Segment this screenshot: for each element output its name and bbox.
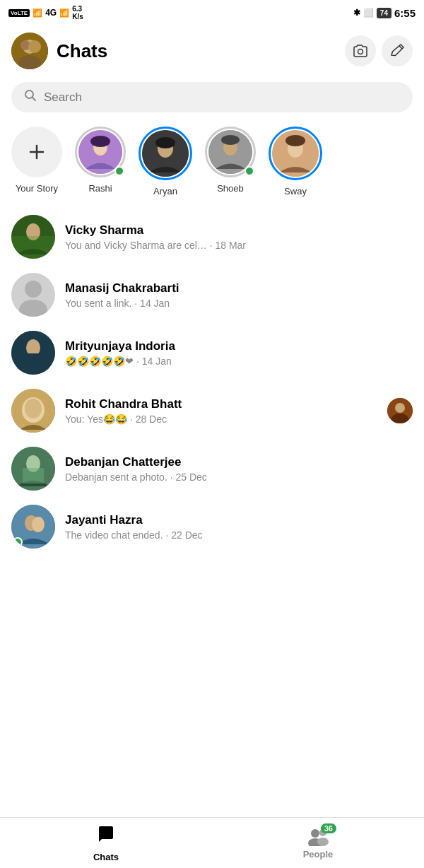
chat-name-vicky: Vicky Sharma	[65, 223, 413, 237]
svg-rect-31	[17, 353, 49, 370]
online-indicator-rashi	[114, 166, 124, 176]
people-icon-wrap: 36	[307, 826, 329, 846]
page-title: Chats	[57, 40, 336, 62]
svg-point-44	[311, 829, 319, 838]
story-label-your-story: Your Story	[16, 183, 58, 194]
nav-chats[interactable]: Chats	[0, 818, 212, 868]
svg-line-6	[399, 46, 402, 49]
status-right: ✱ ⬜ 74 6:55	[353, 7, 416, 19]
time-display: 6:55	[394, 7, 416, 19]
chat-meta-rohit	[387, 398, 413, 423]
online-indicator-shoeb	[245, 166, 254, 176]
svg-point-43	[32, 517, 45, 532]
search-box[interactable]	[11, 82, 413, 112]
network-type: 4G	[45, 8, 57, 18]
search-container	[0, 76, 424, 121]
svg-rect-40	[23, 468, 44, 483]
chat-preview-mrityunjaya: 🤣🤣🤣🤣🤣❤ · 14 Jan	[65, 356, 413, 367]
svg-point-36	[395, 403, 405, 413]
bluetooth-icon: ✱	[353, 8, 360, 18]
chat-preview-jayanti: The video chat ended. · 22 Dec	[65, 529, 413, 541]
search-icon	[24, 89, 37, 105]
compose-button[interactable]	[382, 35, 413, 66]
svg-point-34	[25, 399, 42, 418]
chat-name-jayanti: Jayanti Hazra	[65, 513, 413, 527]
story-item-rashi[interactable]: Rashi	[75, 127, 126, 197]
chat-preview-manasij: You sent a link. · 14 Jan	[65, 298, 413, 309]
chat-name-debanjan: Debanjan Chatterjee	[65, 455, 413, 469]
chat-thumb-rohit	[387, 398, 413, 423]
people-nav-label: People	[303, 849, 334, 860]
chat-item-debanjan[interactable]: Debanjan Chatterjee Debanjan sent a phot…	[0, 440, 424, 498]
wifi-indicator: 📶	[59, 8, 69, 18]
svg-point-4	[28, 40, 41, 53]
signal-indicator: 📶	[33, 8, 42, 18]
chat-item-jayanti[interactable]: Jayanti Hazra The video chat ended. · 22…	[0, 498, 424, 556]
avatar-manasij	[11, 273, 55, 317]
chat-item-vicky[interactable]: Vicky Sharma You and Vicky Sharma are ce…	[0, 208, 424, 266]
chat-item-manasij[interactable]: Manasij Chakrabarti You sent a link. · 1…	[0, 266, 424, 324]
story-label-sway: Sway	[284, 186, 307, 197]
story-item-sway[interactable]: Sway	[269, 127, 322, 197]
avatar-vicky	[11, 215, 55, 259]
chat-name-mrityunjaya: Mrityunjaya Indoria	[65, 339, 413, 353]
people-badge: 36	[321, 823, 336, 833]
svg-point-5	[358, 49, 363, 54]
svg-rect-25	[11, 236, 55, 259]
chat-name-manasij: Manasij Chakrabarti	[65, 281, 413, 295]
avatar-mrityunjaya	[11, 331, 55, 375]
user-avatar[interactable]	[11, 33, 48, 69]
chat-info-jayanti: Jayanti Hazra The video chat ended. · 22…	[65, 513, 413, 541]
story-item-aryan[interactable]: Aryan	[139, 127, 192, 197]
chat-preview-rohit: You: Yes😂😂 · 28 Dec	[65, 414, 377, 425]
story-add-button[interactable]	[11, 127, 62, 177]
chat-info-rohit: Rohit Chandra Bhatt You: Yes😂😂 · 28 Dec	[65, 397, 377, 425]
battery-icon: 74	[377, 8, 391, 18]
chat-info-vicky: Vicky Sharma You and Vicky Sharma are ce…	[65, 223, 413, 251]
svg-point-13	[90, 136, 110, 147]
story-item-shoeb[interactable]: Shoeb	[205, 127, 256, 197]
header-icons	[345, 35, 413, 66]
status-left: VoLTE 📶 4G 📶 6.3K/s	[8, 5, 83, 20]
svg-line-8	[33, 98, 36, 101]
story-label-rashi: Rashi	[88, 183, 112, 194]
chat-info-manasij: Manasij Chakrabarti You sent a link. · 1…	[65, 281, 413, 309]
chat-name-rohit: Rohit Chandra Bhatt	[65, 397, 377, 411]
status-bar: VoLTE 📶 4G 📶 6.3K/s ✱ ⬜ 74 6:55	[0, 0, 424, 25]
chat-info-mrityunjaya: Mrityunjaya Indoria 🤣🤣🤣🤣🤣❤ · 14 Jan	[65, 339, 413, 367]
chat-preview-debanjan: Debanjan sent a photo. · 25 Dec	[65, 471, 413, 483]
chat-preview-vicky: You and Vicky Sharma are cel… · 18 Mar	[65, 240, 413, 251]
search-input[interactable]	[44, 90, 400, 105]
header: Chats	[0, 25, 424, 76]
chats-nav-icon	[96, 824, 116, 849]
volte-indicator: VoLTE	[8, 9, 30, 17]
story-label-shoeb: Shoeb	[217, 183, 244, 194]
avatar-jayanti	[11, 505, 55, 549]
chats-nav-label: Chats	[93, 852, 119, 862]
svg-point-47	[317, 838, 329, 846]
svg-point-22	[285, 135, 305, 146]
story-item-your-story[interactable]: Your Story	[11, 127, 62, 197]
svg-point-2	[18, 55, 41, 69]
chat-list: Vicky Sharma You and Vicky Sharma are ce…	[0, 208, 424, 556]
story-label-aryan: Aryan	[153, 186, 177, 197]
svg-point-27	[25, 281, 42, 298]
avatar-rohit	[11, 389, 55, 433]
vibrate-icon: ⬜	[363, 8, 374, 18]
camera-button[interactable]	[345, 35, 376, 66]
svg-point-19	[221, 135, 240, 145]
avatar-debanjan	[11, 447, 55, 491]
bottom-nav: Chats 36 People	[0, 817, 424, 868]
nav-people[interactable]: 36 People	[212, 818, 424, 868]
chat-item-mrityunjaya[interactable]: Mrityunjaya Indoria 🤣🤣🤣🤣🤣❤ · 14 Jan	[0, 324, 424, 382]
chat-item-rohit[interactable]: Rohit Chandra Bhatt You: Yes😂😂 · 28 Dec	[0, 382, 424, 440]
chat-info-debanjan: Debanjan Chatterjee Debanjan sent a phot…	[65, 455, 413, 483]
svg-point-16	[155, 137, 175, 148]
stories-row: Your Story Rashi	[0, 121, 424, 208]
online-indicator-jayanti	[13, 537, 23, 547]
speed-indicator: 6.3K/s	[72, 5, 83, 20]
